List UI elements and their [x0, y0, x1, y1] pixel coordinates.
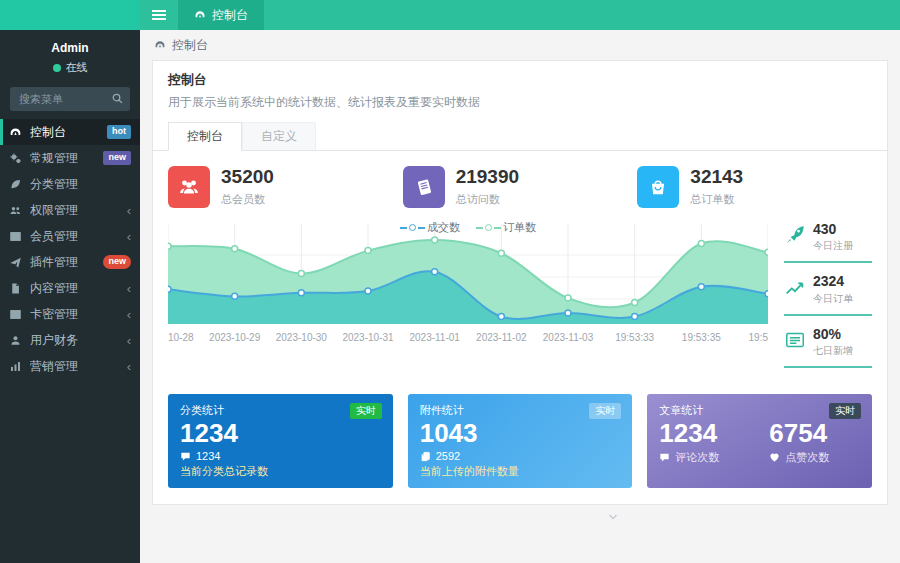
- sidebar-search: [10, 87, 130, 111]
- chevron-left-icon: ‹: [127, 334, 131, 347]
- bar-chart-icon: [9, 360, 23, 373]
- tab-content: 35200 总会员数 219390 总访问数: [153, 151, 887, 504]
- user-panel: Admin 在线: [0, 30, 140, 77]
- image-icon: [9, 308, 23, 321]
- top-navbar: 控制台: [0, 0, 900, 30]
- x-axis-label: 19:53:37: [749, 332, 768, 343]
- counter-row: 35200 总会员数 219390 总访问数: [168, 166, 872, 208]
- sidebar-item-label: 分类管理: [30, 176, 131, 193]
- book-icon: [403, 166, 445, 208]
- sidebar-item-category-admin[interactable]: 分类管理: [0, 171, 140, 197]
- card-caption: 当前分类总记录数: [180, 464, 381, 479]
- card-meta-value: 2592: [436, 450, 460, 462]
- sidebar-item-label: 卡密管理: [30, 306, 120, 323]
- breadcrumb[interactable]: 控制台: [140, 30, 900, 60]
- user-status-label: 在线: [66, 60, 88, 75]
- counter-orders: 32143 总订单数: [637, 166, 872, 208]
- sidebar-item-label: 控制台: [30, 124, 100, 141]
- sidebar-menu: 控制台 hot 常规管理 new 分类管理 权限管理 ‹ 会员管理 ‹: [0, 119, 140, 379]
- chevron-left-icon: ‹: [127, 230, 131, 243]
- realtime-badge: 实时: [829, 403, 861, 419]
- user-status: 在线: [0, 60, 140, 75]
- heart-icon: [769, 452, 780, 463]
- x-axis-label: 2023-10-29: [209, 332, 260, 343]
- sidebar-item-label: 营销管理: [30, 358, 120, 375]
- chevron-left-icon: ‹: [127, 282, 131, 295]
- sidebar-item-label: 常规管理: [30, 150, 96, 167]
- card-value: 1234: [659, 419, 719, 449]
- dashboard-panel: 控制台 用于展示当前系统中的统计数据、统计报表及重要实时数据 控制台 自定义 3…: [152, 60, 888, 505]
- counter-visits: 219390 总访问数: [403, 166, 638, 208]
- rocket-icon: [784, 224, 806, 246]
- user-icon: [9, 334, 23, 347]
- scroll-hint-icon[interactable]: [608, 512, 618, 523]
- files-icon: [420, 451, 431, 462]
- sidebar-item-user-finance[interactable]: 用户财务 ‹: [0, 327, 140, 353]
- x-axis-label: 2023-10-31: [342, 332, 393, 343]
- chevron-left-icon: ‹: [127, 204, 131, 217]
- topbar-tab-label: 控制台: [212, 7, 248, 24]
- realtime-badge: 实时: [350, 403, 382, 419]
- realtime-badge: 实时: [589, 403, 621, 419]
- stat-cards-row: 分类统计 实时 1234 1234 当前分类总记录数 附件统计 实时 1043: [168, 394, 872, 488]
- x-axis-label: 2023-10-30: [276, 332, 327, 343]
- chart-legend: 成交数订单数: [168, 220, 768, 235]
- topbar-tab-dashboard[interactable]: 控制台: [178, 0, 264, 30]
- cogs-icon: [9, 152, 23, 165]
- trend-chart-icon: [784, 276, 806, 298]
- sidebar-item-dashboard[interactable]: 控制台 hot: [0, 119, 140, 145]
- shopping-bag-icon: [637, 166, 679, 208]
- badge-new: new: [103, 151, 131, 165]
- sidebar-item-marketing-admin[interactable]: 营销管理 ‹: [0, 353, 140, 379]
- chart-canvas: [168, 220, 768, 328]
- x-axis-label: 19:53:35: [682, 332, 721, 343]
- mini-stat-label: 今日注册: [813, 239, 853, 253]
- card-metric-comments: 1234 评论次数: [659, 418, 719, 465]
- legend-item[interactable]: 成交数: [400, 220, 460, 235]
- card-metric-likes: 6754 点赞次数: [769, 418, 829, 465]
- sidebar-item-label: 权限管理: [30, 202, 120, 219]
- card-category-stats: 分类统计 实时 1234 1234 当前分类总记录数: [168, 394, 393, 488]
- sidebar-item-label: 内容管理: [30, 280, 120, 297]
- user-name: Admin: [0, 41, 140, 55]
- card-meta-label: 点赞次数: [785, 450, 829, 465]
- card-caption: 当前上传的附件数量: [420, 464, 621, 479]
- sidebar-item-general-admin[interactable]: 常规管理 new: [0, 145, 140, 171]
- tab-custom[interactable]: 自定义: [242, 122, 316, 150]
- x-axis-label: 2023-11-02: [476, 332, 526, 343]
- orders-area-chart: 成交数订单数 2023-10-282023-10-292023-10-30202…: [168, 220, 768, 344]
- dashboard-icon: [194, 9, 206, 21]
- mini-stat-registrations: 430 今日注册: [784, 222, 872, 263]
- x-axis-label: 2023-11-03: [543, 332, 593, 343]
- file-icon: [9, 282, 23, 295]
- list-icon: [784, 329, 806, 351]
- dashboard-icon: [9, 126, 23, 139]
- tab-dashboard[interactable]: 控制台: [168, 122, 242, 151]
- card-article-stats: 文章统计 实时 1234 评论次数 6754: [647, 394, 872, 488]
- sidebar-item-label: 会员管理: [30, 228, 120, 245]
- comment-icon: [180, 451, 191, 462]
- badge-hot: hot: [107, 125, 131, 139]
- logo-area: [0, 0, 140, 30]
- counter-label: 总订单数: [690, 192, 743, 207]
- mini-stats-column: 430 今日注册 2324 今日订单: [784, 220, 872, 379]
- page-title: 控制台: [168, 71, 872, 89]
- chart-row: 成交数订单数 2023-10-282023-10-292023-10-30202…: [168, 220, 872, 379]
- legend-item[interactable]: 订单数: [476, 220, 536, 235]
- sidebar-item-plugin-admin[interactable]: 插件管理 new: [0, 249, 140, 275]
- card-meta: 1234: [180, 450, 381, 462]
- sidebar-item-permission-admin[interactable]: 权限管理 ‹: [0, 197, 140, 223]
- card-attachment-stats: 附件统计 实时 1043 2592 当前上传的附件数量: [408, 394, 633, 488]
- counter-value: 32143: [690, 167, 743, 188]
- dashboard-icon: [154, 39, 166, 51]
- card-value: 6754: [769, 419, 829, 449]
- sidebar-item-card-key-admin[interactable]: 卡密管理 ‹: [0, 301, 140, 327]
- users-icon: [9, 204, 23, 217]
- mini-stat-label: 七日新增: [813, 344, 853, 358]
- sidebar-item-member-admin[interactable]: 会员管理 ‹: [0, 223, 140, 249]
- leaf-icon: [9, 178, 23, 191]
- sidebar-item-content-admin[interactable]: 内容管理 ‹: [0, 275, 140, 301]
- search-icon[interactable]: [111, 92, 124, 105]
- top-nav-strip: 控制台: [140, 0, 900, 30]
- hamburger-menu-icon[interactable]: [140, 0, 178, 30]
